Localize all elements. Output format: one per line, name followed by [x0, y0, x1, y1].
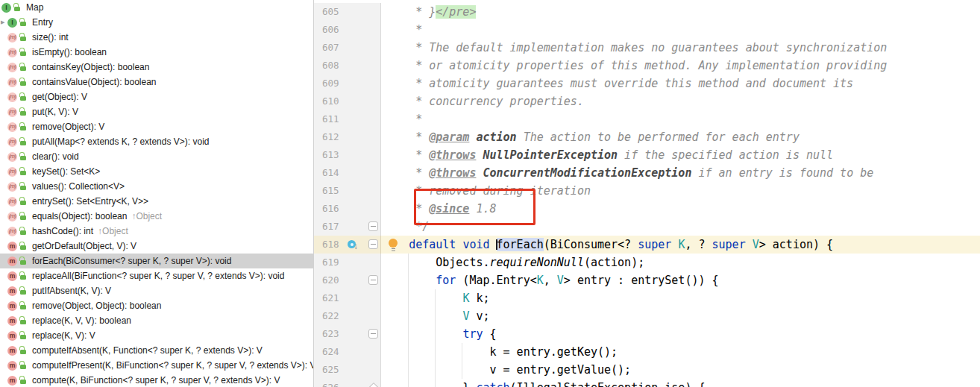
code-line[interactable]: 609 * atomicity guarantees must override…	[314, 75, 980, 92]
code-text[interactable]: default void forEach(BiConsumer<? super …	[381, 236, 833, 254]
code-text[interactable]: * The default implementation makes no gu…	[381, 39, 887, 57]
code-text[interactable]: k = entry.getKey();	[381, 343, 618, 361]
code-text[interactable]: v = entry.getValue();	[381, 361, 631, 379]
structure-item[interactable]: mcomputeIfPresent(K, BiFunction<? super …	[0, 358, 313, 373]
structure-item[interactable]: mforEach(BiConsumer<? super K, ? super V…	[0, 254, 313, 268]
code-text[interactable]: * or atomicity properties of this method…	[381, 57, 887, 75]
code-text[interactable]: *	[381, 21, 422, 39]
code-line[interactable]: 614 * @throws ConcurrentModificationExce…	[314, 164, 980, 182]
override-marker-icon[interactable]: ↓	[348, 239, 361, 250]
structure-item[interactable]: mgetOrDefault(Object, V): V	[0, 239, 313, 254]
code-text[interactable]: * atomicity guarantees must override thi…	[381, 75, 853, 92]
gutter-line-number[interactable]: 610	[314, 92, 381, 110]
structure-item[interactable]: (m)containsKey(Object): boolean	[0, 60, 313, 75]
structure-item[interactable]: mreplace(K, V): V	[0, 328, 313, 343]
code-text[interactable]: Objects.requireNonNull(action);	[381, 254, 644, 271]
gutter-line-number[interactable]: 612	[314, 128, 381, 146]
code-line[interactable]: 612 * @param action The action to be per…	[314, 128, 980, 146]
gutter-line-number[interactable]: 608	[314, 57, 381, 75]
structure-item[interactable]: mputIfAbsent(K, V): V	[0, 283, 313, 298]
gutter-line-number[interactable]: 606	[314, 21, 381, 39]
code-text[interactable]: * @since 1.8	[381, 200, 497, 218]
code-line[interactable]: 618↓ default void forEach(BiConsumer<? s…	[314, 236, 980, 254]
gutter-line-number[interactable]: 623	[314, 325, 381, 343]
structure-item[interactable]: mcompute(K, BiFunction<? super K, ? supe…	[0, 373, 313, 387]
public-lock-icon	[19, 137, 27, 146]
gutter-line-number[interactable]: 617	[314, 218, 381, 236]
code-text[interactable]: * removed during iteration	[381, 182, 591, 200]
code-line[interactable]: 621 K k;	[314, 289, 980, 307]
code-line[interactable]: 613 * @throws NullPointerException if th…	[314, 146, 980, 164]
code-text[interactable]: } catch(IllegalStateException ise) {	[381, 379, 706, 387]
gutter-line-number[interactable]: 615	[314, 182, 381, 200]
code-text[interactable]: * @throws NullPointerException if the sp…	[381, 146, 833, 164]
gutter-line-number[interactable]: 613	[314, 146, 381, 164]
structure-item[interactable]: (m)equals(Object): boolean↑Object	[0, 209, 313, 224]
structure-item[interactable]: mreplace(K, V, V): boolean	[0, 313, 313, 328]
gutter-line-number[interactable]: 605	[314, 3, 381, 21]
code-line[interactable]: 615 * removed during iteration	[314, 182, 980, 200]
code-line[interactable]: 622 V v;	[314, 307, 980, 325]
gutter-line-number[interactable]: 625	[314, 361, 381, 379]
intention-bulb-icon[interactable]	[389, 239, 398, 251]
fold-marker-icon[interactable]	[368, 239, 378, 249]
structure-item[interactable]: (m)size(): int	[0, 30, 313, 45]
code-line[interactable]: 607 * The default implementation makes n…	[314, 39, 980, 57]
code-line[interactable]: 626 } catch(IllegalStateException ise) {	[314, 379, 980, 387]
structure-item[interactable]: ▶IEntry	[0, 15, 313, 30]
structure-item[interactable]: (m)putAll(Map<? extends K, ? extends V>)…	[0, 134, 313, 149]
structure-item[interactable]: (m)get(Object): V	[0, 89, 313, 104]
gutter-line-number[interactable]: 620	[314, 271, 381, 289]
fold-marker-icon[interactable]	[368, 275, 378, 285]
code-line[interactable]: 611 *	[314, 110, 980, 128]
code-line[interactable]: 625 v = entry.getValue();	[314, 361, 980, 379]
code-line[interactable]: 619 Objects.requireNonNull(action);	[314, 254, 980, 271]
structure-item[interactable]: mcomputeIfAbsent(K, Function<? super K, …	[0, 343, 313, 358]
structure-item[interactable]: (m)values(): Collection<V>	[0, 179, 313, 194]
structure-item[interactable]: (m)keySet(): Set<K>	[0, 164, 313, 179]
code-text[interactable]: */	[381, 218, 429, 236]
gutter-line-number[interactable]: 611	[314, 110, 381, 128]
structure-item[interactable]: (m)remove(Object): V	[0, 119, 313, 134]
code-text[interactable]: for (Map.Entry<K, V> entry : entrySet())…	[381, 271, 719, 289]
code-line[interactable]: 606 *	[314, 21, 980, 39]
fold-marker-icon[interactable]	[368, 221, 378, 231]
code-token: try	[462, 327, 483, 341]
structure-item[interactable]: (m)containsValue(Object): boolean	[0, 75, 313, 89]
code-line[interactable]: 617 */	[314, 218, 980, 236]
code-text[interactable]: * @param action The action to be perform…	[381, 128, 800, 146]
code-line[interactable]: 623 try {	[314, 325, 980, 343]
structure-item[interactable]: (m)hashCode(): int↑Object	[0, 224, 313, 239]
expand-chevron-icon[interactable]: ▶	[1, 15, 4, 30]
code-line[interactable]: 620 for (Map.Entry<K, V> entry : entrySe…	[314, 271, 980, 289]
code-line[interactable]: 616 * @since 1.8	[314, 200, 980, 218]
structure-item[interactable]: (m)put(K, V): V	[0, 104, 313, 119]
code-text[interactable]: * concurrency properties.	[381, 92, 584, 110]
fold-marker-icon[interactable]	[368, 329, 378, 339]
code-text[interactable]: *	[381, 110, 422, 128]
code-text[interactable]: try {	[381, 325, 497, 343]
gutter-line-number[interactable]: 609	[314, 75, 381, 92]
gutter-line-number[interactable]: 621	[314, 289, 381, 307]
fold-marker-icon[interactable]	[368, 383, 379, 387]
gutter-line-number[interactable]: 616	[314, 200, 381, 218]
structure-item[interactable]: IMap	[0, 0, 313, 15]
code-text[interactable]: * }</pre>	[381, 3, 476, 21]
structure-item[interactable]: mremove(Object, Object): boolean	[0, 298, 313, 313]
structure-item[interactable]: mreplaceAll(BiFunction<? super K, ? supe…	[0, 268, 313, 283]
code-line[interactable]: 610 * concurrency properties.	[314, 92, 980, 110]
code-line[interactable]: 608 * or atomicity properties of this me…	[314, 57, 980, 75]
structure-item[interactable]: (m)clear(): void	[0, 149, 313, 164]
code-line[interactable]: 605 * }</pre>	[314, 3, 980, 21]
gutter-line-number[interactable]: 607	[314, 39, 381, 57]
gutter-line-number[interactable]: 624	[314, 343, 381, 361]
code-text[interactable]: * @throws ConcurrentModificationExceptio…	[381, 164, 873, 182]
gutter-line-number[interactable]: 626	[314, 379, 381, 387]
structure-item[interactable]: (m)isEmpty(): boolean	[0, 45, 313, 60]
gutter-line-number[interactable]: 618↓	[314, 236, 381, 254]
code-line[interactable]: 624 k = entry.getKey();	[314, 343, 980, 361]
gutter-line-number[interactable]: 622	[314, 307, 381, 325]
gutter-line-number[interactable]: 619	[314, 254, 381, 271]
gutter-line-number[interactable]: 614	[314, 164, 381, 182]
structure-item[interactable]: (m)entrySet(): Set<Entry<K, V>>	[0, 194, 313, 209]
